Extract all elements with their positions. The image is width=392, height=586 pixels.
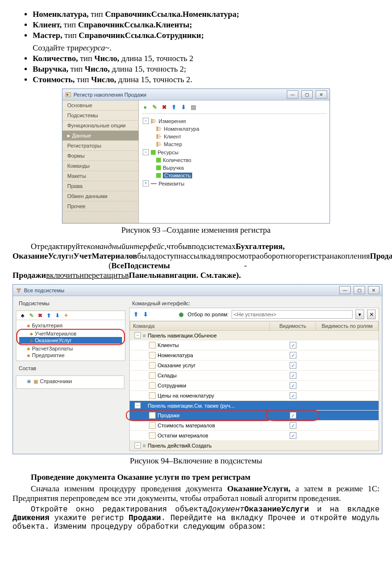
move-down-icon[interactable]: ⬇ <box>180 104 187 111</box>
expander-icon[interactable]: + <box>143 180 149 187</box>
fields-tree[interactable]: −ИзмеренияНоменклатураКлиентМастер−Ресур… <box>142 117 327 187</box>
visibility-cell[interactable]: ✓ <box>270 361 316 371</box>
visibility-checkbox[interactable]: ✓ <box>290 342 296 349</box>
column-header[interactable]: Видимость по ролям <box>316 321 379 331</box>
expander-icon[interactable]: − <box>135 402 141 409</box>
expander-icon[interactable]: − <box>143 149 149 155</box>
edit-icon[interactable]: ✎ <box>151 104 158 111</box>
role-visibility-cell[interactable] <box>316 381 379 391</box>
titlebar[interactable]: Регистр накопления Продажи — ▢ ✕ <box>62 89 330 100</box>
visibility-checkbox[interactable]: ✓ <box>290 422 296 429</box>
tab-подсистемы[interactable]: Подсистемы <box>62 111 138 121</box>
tree-node[interactable]: Количество <box>142 156 327 164</box>
tab-права[interactable]: Права <box>62 181 138 191</box>
expander-icon[interactable]: − <box>143 118 149 124</box>
expander-icon[interactable]: − <box>135 332 141 338</box>
tree-node[interactable]: Номенклатура <box>142 125 327 133</box>
close-button[interactable]: ✕ <box>368 286 380 294</box>
visibility-checkbox[interactable]: ✓ <box>290 362 296 369</box>
visibility-checkbox[interactable]: ✓ <box>290 432 296 439</box>
maximize-button[interactable]: ▢ <box>354 286 365 294</box>
visibility-cell[interactable] <box>270 441 316 450</box>
visibility-cell[interactable]: ✓ <box>270 381 316 391</box>
sort-icon[interactable]: ✦ <box>62 312 69 319</box>
tab-данные[interactable]: Данные <box>62 131 138 141</box>
command-cell[interactable]: − ≡ Панель навигации.Обычное <box>130 331 270 340</box>
column-header[interactable]: Команда <box>130 321 270 331</box>
command-cell[interactable]: Оказание услуг <box>130 361 270 371</box>
visibility-checkbox[interactable]: ✓ <box>290 352 296 359</box>
subsystem-item[interactable]: ♣Предприятие <box>16 352 125 359</box>
move-down-icon[interactable]: ⬇ <box>54 312 61 319</box>
command-cell[interactable]: − ≡ Панель действий.Создать <box>130 441 270 450</box>
tab-основные[interactable]: Основные <box>62 100 138 111</box>
tree-node[interactable]: −Измерения <box>142 117 327 125</box>
move-up-icon[interactable]: ⬆ <box>133 311 139 318</box>
command-cell[interactable]: Номенклатура <box>130 350 270 361</box>
tree-node[interactable]: Мастер <box>142 140 327 148</box>
maximize-button[interactable]: ▢ <box>301 90 313 99</box>
visibility-cell[interactable]: ✓ <box>270 411 316 421</box>
role-visibility-cell[interactable] <box>316 331 379 340</box>
palette-icon[interactable]: ▤ <box>190 104 196 111</box>
command-cell[interactable]: Остатки материалов <box>130 431 270 441</box>
tab-функциональные-опции[interactable]: Функциональные опции <box>62 121 138 131</box>
visibility-cell[interactable] <box>270 401 316 411</box>
subsystem-item[interactable]: ♣УчетМатериалов <box>19 330 122 337</box>
command-cell[interactable]: Продажи <box>130 411 270 421</box>
visibility-cell[interactable]: ✓ <box>270 421 316 431</box>
role-visibility-cell[interactable] <box>316 340 379 350</box>
tab-прочее[interactable]: Прочее <box>62 201 138 212</box>
commands-grid[interactable]: КомандаВидимостьВидимость по ролям− ≡ Па… <box>130 321 379 450</box>
delete-icon[interactable]: ✖ <box>161 104 168 111</box>
role-visibility-cell[interactable] <box>316 431 379 441</box>
role-clear-button[interactable]: ✕ <box>367 310 376 319</box>
visibility-checkbox[interactable]: ✓ <box>290 372 296 379</box>
delete-icon[interactable]: ✖ <box>37 312 43 319</box>
tree-node[interactable]: +Реквизиты <box>142 179 327 187</box>
subsystem-item[interactable]: ♣РасчетЗарплаты <box>16 345 125 352</box>
move-up-icon[interactable]: ⬆ <box>45 312 52 319</box>
expander-icon[interactable]: − <box>135 442 141 449</box>
titlebar[interactable]: Все подсистемы — ▢ ✕ <box>13 285 382 296</box>
tree-icon[interactable]: ♣ <box>19 312 26 319</box>
command-cell[interactable]: Склады <box>130 371 270 381</box>
visibility-cell[interactable]: ✓ <box>270 340 316 350</box>
role-visibility-cell[interactable] <box>316 371 379 381</box>
visibility-cell[interactable]: ✓ <box>270 431 316 441</box>
tree-node[interactable]: −Ресурсы <box>142 148 327 156</box>
move-down-icon[interactable]: ⬇ <box>142 311 149 318</box>
role-visibility-cell[interactable] <box>316 361 379 371</box>
close-button[interactable]: ✕ <box>316 90 327 99</box>
tab-регистраторы[interactable]: Регистраторы <box>62 141 138 151</box>
minimize-button[interactable]: — <box>339 286 351 294</box>
role-filter-select[interactable]: <Не установлен> <box>232 310 353 319</box>
visibility-checkbox[interactable]: ✓ <box>290 382 296 389</box>
subsystem-item[interactable]: ♣Бухгалтерия <box>16 322 125 329</box>
role-visibility-cell[interactable] <box>316 411 379 421</box>
edit-icon[interactable]: ✎ <box>28 312 35 319</box>
tree-node[interactable]: Стоимость <box>142 172 327 179</box>
command-cell[interactable]: Сотрудники <box>130 381 270 391</box>
visibility-checkbox[interactable]: ✓ <box>290 392 296 399</box>
tree-node[interactable]: Выручка <box>142 164 327 172</box>
tab-макеты[interactable]: Макеты <box>62 171 138 181</box>
role-visibility-cell[interactable] <box>316 350 379 361</box>
add-icon[interactable]: ● <box>142 104 148 111</box>
command-cell[interactable]: Клиенты <box>130 340 270 350</box>
visibility-cell[interactable]: ✓ <box>270 391 316 401</box>
tab-команды[interactable]: Команды <box>62 161 138 171</box>
visibility-cell[interactable] <box>270 331 316 340</box>
column-header[interactable]: Видимость <box>270 321 316 331</box>
command-cell[interactable]: Стоимость материалов <box>130 421 270 431</box>
role-dropdown-button[interactable]: ▾ <box>355 310 364 319</box>
command-cell[interactable]: Цены на номенклатуру <box>130 391 270 401</box>
role-visibility-cell[interactable] <box>316 401 379 411</box>
tab-формы[interactable]: Формы <box>62 151 138 161</box>
subsystem-item[interactable]: ♣ОказаниеУслуг <box>19 337 122 344</box>
spravochniki-item[interactable]: ▣ ▦Справочники <box>16 378 124 385</box>
role-visibility-cell[interactable] <box>316 391 379 401</box>
role-visibility-cell[interactable] <box>316 441 379 450</box>
command-cell[interactable]: − ≡ Панель навигации.См. также (руч... <box>130 401 270 411</box>
visibility-checkbox[interactable]: ✓ <box>290 412 296 419</box>
